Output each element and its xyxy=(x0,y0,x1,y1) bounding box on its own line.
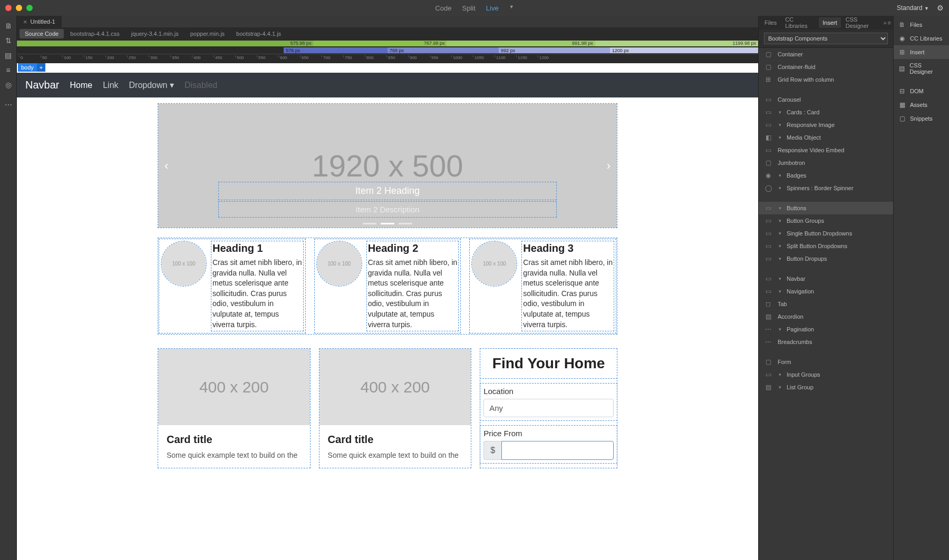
carousel-next-icon[interactable]: › xyxy=(607,159,611,173)
more-icon[interactable]: ⋯ xyxy=(0,97,16,112)
insert-component-item[interactable]: ▭▾Buttons xyxy=(759,202,893,214)
insert-component-item[interactable]: ▢Container-fluid xyxy=(759,61,893,73)
insert-component-item[interactable]: ▭▾Split Button Dropdowns xyxy=(759,240,893,252)
component-label: List Group xyxy=(787,384,814,390)
rail-item-css-designer[interactable]: ▤CSS Designer xyxy=(894,59,949,78)
component-label: Buttons xyxy=(787,205,806,211)
close-icon[interactable] xyxy=(5,5,12,11)
component-icon: ◻ xyxy=(764,300,772,308)
component-label: Grid Row with column xyxy=(778,76,834,83)
card[interactable]: 400 x 200 Card title Some quick example … xyxy=(158,349,310,468)
insert-component-item[interactable]: ⋯Breadcrumbs xyxy=(759,336,893,348)
insert-component-item[interactable]: ▤Accordion xyxy=(759,310,893,323)
insert-component-item[interactable]: ▢Container xyxy=(759,48,893,61)
panel-tab-files[interactable]: Files xyxy=(761,17,780,28)
canvas[interactable]: body + Navbar Home Link Dropdown ▾ Disab… xyxy=(17,63,758,560)
navbar-brand[interactable]: Navbar xyxy=(25,79,59,91)
insert-component-item[interactable]: ▭▾Single Button Dropdowns xyxy=(759,227,893,240)
chevron-down-icon[interactable]: ▼ xyxy=(509,4,514,12)
panel-icon[interactable]: ▤ xyxy=(0,48,16,63)
card[interactable]: 400 x 200 Card title Some quick example … xyxy=(319,349,471,468)
list-icon[interactable]: ≡ xyxy=(0,63,16,77)
panel-tab-insert[interactable]: Insert xyxy=(819,17,841,28)
insert-component-item[interactable]: ◻Tab xyxy=(759,298,893,310)
insert-component-item[interactable]: ◯▾Spinners : Border Spinner xyxy=(759,182,893,194)
file-icon[interactable]: 🗎 xyxy=(0,18,16,33)
insert-component-item[interactable]: ▭▾Navbar xyxy=(759,272,893,285)
document-tab[interactable]: × Untitled-1 xyxy=(17,16,62,27)
insert-component-item[interactable]: ▭▾Navigation xyxy=(759,285,893,298)
insert-component-item[interactable]: ▭▾Cards : Card xyxy=(759,106,893,119)
rail-icon: ▢ xyxy=(898,115,906,122)
carousel-heading[interactable]: Item 2 Heading xyxy=(219,182,556,200)
location-input[interactable] xyxy=(483,399,614,417)
nav-link-dropdown[interactable]: Dropdown ▾ xyxy=(129,80,174,90)
component-label: Media Object xyxy=(787,134,821,141)
carousel-prev-icon[interactable]: ‹ xyxy=(164,159,168,173)
panel-tabs: Files CC Libraries Insert CSS Designer »… xyxy=(759,16,893,30)
panel-tab-cclibraries[interactable]: CC Libraries xyxy=(781,16,818,31)
gear-icon[interactable]: ⚙ xyxy=(937,4,944,12)
view-live[interactable]: Live xyxy=(486,4,499,12)
arrows-icon[interactable]: ⇅ xyxy=(0,33,16,48)
rail-item-dom[interactable]: ⊟DOM xyxy=(894,84,949,98)
media-object[interactable]: 100 x 100Heading 3Cras sit amet nibh lib… xyxy=(470,239,616,333)
insert-component-item[interactable]: ⊞Grid Row with column xyxy=(759,73,893,86)
minimize-icon[interactable] xyxy=(16,5,22,11)
insert-component-item[interactable]: ▭Responsive Video Embed xyxy=(759,144,893,156)
source-tab[interactable]: jquery-3.4.1.min.js xyxy=(126,29,184,38)
insert-component-item[interactable]: ▭▾Button Dropups xyxy=(759,252,893,265)
insert-component-item[interactable]: ▭▾Button Groups xyxy=(759,214,893,227)
insert-component-item[interactable]: ▢Form xyxy=(759,356,893,368)
breakpoint-segment[interactable]: 991.98 px xyxy=(447,41,595,46)
carousel-description[interactable]: Item 2 Description xyxy=(219,202,556,217)
target-icon[interactable]: ◎ xyxy=(0,77,16,92)
panel-more-icon[interactable]: » xyxy=(883,19,886,26)
insert-component-item[interactable]: ▭Carousel xyxy=(759,93,893,106)
insert-component-item[interactable]: ▭▾Input Groups xyxy=(759,368,893,381)
source-tab[interactable]: Source Code xyxy=(20,29,64,38)
rail-item-files[interactable]: 🗎Files xyxy=(894,18,949,32)
insert-component-item[interactable]: ◧▾Media Object xyxy=(759,131,893,144)
insert-component-item[interactable]: ▢Jumbotron xyxy=(759,156,893,169)
insert-component-item[interactable]: ⋯▾Pagination xyxy=(759,323,893,336)
carousel[interactable]: ‹ 1920 x 500 Item 2 Heading Item 2 Descr… xyxy=(158,104,617,228)
price-input[interactable] xyxy=(501,441,614,460)
breakpoint-segment[interactable]: 768 px xyxy=(388,47,499,53)
media-object[interactable]: 100 x 100Heading 1Cras sit amet nibh lib… xyxy=(159,239,305,333)
media-object[interactable]: 100 x 100Heading 2Cras sit amet nibh lib… xyxy=(315,239,461,333)
rail-item-snippets[interactable]: ▢Snippets xyxy=(894,112,949,125)
view-code[interactable]: Code xyxy=(435,4,451,12)
media-row[interactable]: 100 x 100Heading 1Cras sit amet nibh lib… xyxy=(158,238,617,334)
panel-menu-icon[interactable]: ≡ xyxy=(888,19,891,26)
breakpoint-segment[interactable]: 1200 px xyxy=(610,47,758,53)
add-element-icon[interactable]: + xyxy=(37,63,45,72)
rail-item-cc-libraries[interactable]: ◉CC Libraries xyxy=(894,32,949,45)
source-tab[interactable]: bootstrap-4.4.1.js xyxy=(231,29,286,38)
breakpoint-segment[interactable]: 767.98 px xyxy=(313,41,447,46)
insert-component-item[interactable]: ▤▾List Group xyxy=(759,381,893,394)
carousel-indicators[interactable] xyxy=(363,223,412,224)
nav-link-home[interactable]: Home xyxy=(70,81,92,90)
element-tag-chip[interactable]: body + xyxy=(18,63,45,72)
source-tab[interactable]: popper.min.js xyxy=(185,29,230,38)
nav-link[interactable]: Link xyxy=(103,81,118,90)
close-tab-icon[interactable]: × xyxy=(23,18,27,26)
breakpoint-segment[interactable]: 992 px xyxy=(499,47,610,53)
maximize-icon[interactable] xyxy=(26,5,33,11)
insert-component-item[interactable]: ◉▾Badges xyxy=(759,169,893,182)
panel-tab-cssdesigner[interactable]: CSS Designer xyxy=(842,16,883,31)
rail-item-insert[interactable]: ⊞Insert xyxy=(894,45,949,59)
view-split[interactable]: Split xyxy=(462,4,476,12)
card-text: Some quick example text to build on the xyxy=(167,451,302,459)
component-category-select[interactable]: Bootstrap Components xyxy=(764,33,888,44)
breakpoint-segment[interactable]: 576 px xyxy=(284,47,388,53)
breakpoint-segment[interactable]: 1199.98 px xyxy=(595,41,758,46)
rail-item-assets[interactable]: ▦Assets xyxy=(894,98,949,112)
breakpoint-segment[interactable]: 575.98 px xyxy=(17,41,313,46)
component-label: Split Button Dropdowns xyxy=(787,243,847,249)
workspace-switcher[interactable]: Standard ▼ xyxy=(897,4,929,12)
source-tab[interactable]: bootstrap-4.4.1.css xyxy=(65,29,125,38)
form-card[interactable]: Find Your Home Location Price From $ xyxy=(480,349,617,468)
insert-component-item[interactable]: ▭▾Responsive Image xyxy=(759,119,893,131)
